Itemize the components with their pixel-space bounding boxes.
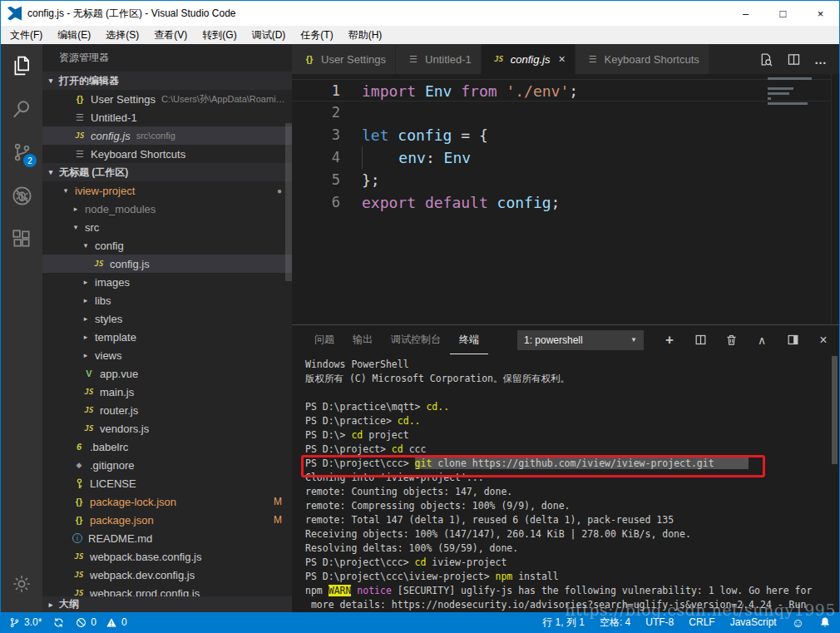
language-mode[interactable]: JavaScript [730, 616, 777, 628]
minimize-button[interactable]: – [727, 1, 764, 26]
menu-item[interactable]: 调试(D) [245, 26, 294, 44]
open-editor-item[interactable]: ☰Untitled-1 [42, 108, 292, 126]
editor-tab-label: User Settings [321, 53, 386, 66]
menu-item[interactable]: 编辑(E) [50, 26, 98, 44]
editor-tab[interactable]: ☰Untitled-1 [396, 44, 482, 74]
tree-item-label: template [95, 331, 136, 344]
terminal-line: PS D:\> cd project [305, 428, 839, 443]
tree-item[interactable]: JSwebpack.base.config.js [42, 547, 292, 566]
move-panel-icon[interactable] [785, 333, 800, 348]
indentation[interactable]: 空格: 4 [600, 616, 630, 630]
tree-item[interactable]: ▸views [42, 346, 292, 364]
code-editor[interactable]: 1import Env from './env';23let config = … [292, 74, 839, 324]
folder-collapsed-icon: ▸ [81, 351, 91, 359]
terminal-selector[interactable]: 1: powershell ▼ [517, 330, 644, 350]
terminal-line: Cloning into 'iview-project'... [305, 471, 839, 485]
split-editor-icon[interactable] [786, 52, 801, 67]
terminal-line: PS D:\project> cd ccc [305, 443, 839, 457]
panel-tab-0[interactable]: 问题 [305, 325, 343, 354]
maximize-panel-icon[interactable]: ∧ [754, 333, 769, 348]
open-editor-item[interactable]: JSconfig.jssrc\config [42, 126, 292, 145]
menu-item[interactable]: 帮助(H) [341, 26, 390, 44]
menu-item[interactable]: 任务(T) [293, 26, 340, 44]
minimap[interactable] [768, 77, 829, 107]
split-terminal-icon[interactable] [693, 333, 708, 348]
tree-item[interactable]: ▸images [42, 273, 292, 291]
activitybar-extensions-icon[interactable] [1, 217, 42, 260]
notifications-bell-icon[interactable] [819, 616, 831, 628]
outline-section-header[interactable]: ▸ 大纲 [42, 596, 292, 612]
more-actions-icon[interactable]: … [814, 52, 828, 67]
editor-tab[interactable]: {}User Settings [292, 44, 396, 74]
branch-indicator[interactable]: 3.0* [9, 616, 42, 628]
tree-item-label: libs [95, 294, 111, 307]
open-editor-item[interactable]: {}User SettingsC:\Users\孙\AppData\Roamin… [42, 90, 292, 108]
activitybar-explorer-icon[interactable] [1, 44, 42, 87]
list-icon: ☰ [407, 52, 420, 66]
encoding[interactable]: UTF-8 [645, 616, 674, 628]
panel-tab-terminal[interactable]: 终端 [450, 325, 488, 354]
tree-item[interactable]: ▾iview-project● [42, 181, 292, 200]
tree-item[interactable]: ◆.gitignore [42, 456, 292, 474]
tree-item-label: .babelrc [90, 441, 128, 453]
menu-item[interactable]: 文件(F) [2, 26, 50, 44]
tree-item[interactable]: ▸node_modules [42, 200, 292, 218]
open-editor-item[interactable]: ☰Keyboard Shortcuts [42, 145, 292, 163]
activitybar-debug-icon[interactable] [1, 174, 42, 217]
menu-item[interactable]: 转到(G) [195, 26, 244, 44]
tree-item-label: styles [95, 313, 122, 325]
activitybar-search-icon[interactable] [1, 87, 42, 131]
tree-item[interactable]: ▾config [42, 236, 292, 255]
settings-gear-icon[interactable] [1, 562, 42, 606]
tree-item[interactable]: JSconfig.js [42, 255, 292, 273]
tree-item[interactable]: ▸styles [42, 309, 292, 328]
tree-item[interactable]: Vapp.vue [42, 364, 292, 383]
error-count: 0 [91, 616, 96, 628]
tree-item-label: package.json [90, 514, 154, 527]
editor-tab[interactable]: JSconfig.js× [482, 44, 576, 74]
maximize-button[interactable]: □ [764, 1, 802, 26]
tree-item[interactable]: JSrouter.js [42, 401, 292, 419]
feedback-smiley-icon[interactable]: ☺ [792, 616, 804, 630]
eol-sequence[interactable]: CRLF [689, 616, 714, 628]
close-button[interactable]: × [802, 1, 839, 26]
menu-item[interactable]: 选择(S) [98, 26, 146, 44]
folder-expanded-icon: ▾ [81, 241, 91, 250]
tree-item[interactable]: LICENSE [42, 474, 292, 492]
open-editors-section-header[interactable]: ▾ 打开的编辑器 [42, 72, 292, 90]
open-preview-icon[interactable] [758, 52, 773, 67]
tree-item[interactable]: JSmain.js [42, 383, 292, 401]
tree-item[interactable]: iREADME.md [42, 529, 292, 547]
workspace-section-header[interactable]: ▾ 无标题 (工作区) [42, 163, 292, 181]
sync-button[interactable] [53, 617, 64, 628]
tree-item[interactable]: ▸libs [42, 291, 292, 309]
code-text: import Env from './env'; [340, 80, 578, 101]
sidebar-scrollbar[interactable] [285, 123, 292, 281]
panel-tab-1[interactable]: 输出 [343, 325, 382, 354]
menu-item[interactable]: 查看(V) [146, 26, 195, 44]
editor-scrollbar[interactable] [831, 74, 839, 324]
editor-tab[interactable]: ☰Keyboard Shortcuts [576, 44, 709, 74]
tree-item[interactable]: {}package-lock.jsonM [42, 492, 292, 511]
panel-tabs: 问题输出调试控制台终端 [305, 325, 488, 354]
panel-tab-2[interactable]: 调试控制台 [382, 325, 450, 354]
problems-indicator[interactable]: 0 0 [76, 616, 126, 628]
new-terminal-icon[interactable]: + [662, 333, 677, 348]
tree-item[interactable]: JSvendors.js [42, 419, 292, 438]
terminal-output[interactable]: Windows PowerShell版权所有 (C) Microsoft Cor… [292, 354, 839, 612]
close-tab-icon[interactable]: × [558, 52, 565, 66]
cursor-position[interactable]: 行 1, 列 1 [542, 616, 585, 630]
terminal-scrollbar[interactable] [832, 356, 838, 464]
close-panel-icon[interactable]: × [816, 333, 831, 348]
tree-item[interactable]: 6.babelrc [42, 438, 292, 456]
tree-item[interactable]: {}package.jsonM [42, 511, 292, 529]
code-line: 5}; [292, 169, 839, 191]
kill-terminal-trash-icon[interactable] [724, 333, 739, 348]
tree-item[interactable]: JSwebpack.dev.config.js [42, 566, 292, 584]
activitybar-source-control-icon[interactable]: 2 [1, 131, 42, 174]
terminal-line: PS D:\project\ccc\iview-project> npm ins… [305, 570, 839, 584]
tree-item-label: config.js [110, 258, 150, 270]
tree-item[interactable]: ▾src [42, 218, 292, 236]
modified-dot-icon: ● [277, 186, 282, 195]
tree-item[interactable]: ▸template [42, 328, 292, 346]
